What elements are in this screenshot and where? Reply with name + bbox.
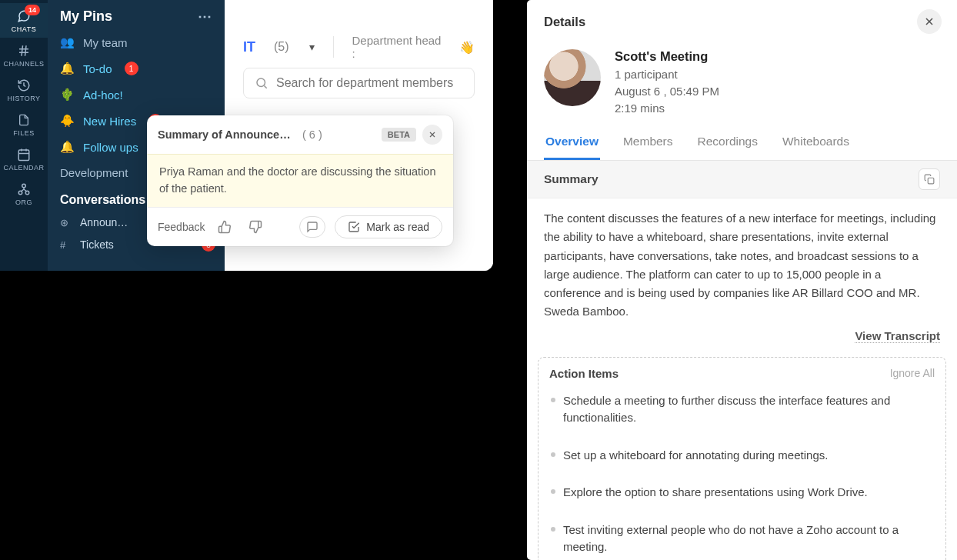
action-item: Set up a whiteboard for annotating durin… — [549, 441, 935, 478]
pin-label: Development — [60, 166, 128, 179]
tab-overview[interactable]: Overview — [544, 127, 600, 160]
svg-point-11 — [257, 78, 265, 87]
pin-label: To-do — [83, 62, 112, 75]
bullet-icon — [551, 489, 555, 494]
cactus-icon: 🌵 — [60, 88, 74, 102]
chevron-down-icon[interactable]: ▾ — [309, 41, 315, 53]
beta-badge: BETA — [382, 128, 416, 142]
rail-chats[interactable]: 14 CHATS — [0, 3, 48, 38]
asterisk-icon: ⊛ — [60, 217, 74, 228]
summary-popover: Summary of Announcem… ( 6 ) BETA Priya R… — [147, 115, 453, 246]
action-items-heading: Action Items — [549, 367, 619, 380]
mark-as-read-label: Mark as read — [366, 221, 429, 233]
pin-todo[interactable]: 🔔 To-do 1 — [48, 55, 225, 82]
details-title: Details — [544, 15, 585, 29]
search-icon — [255, 76, 268, 90]
calendar-icon — [17, 148, 31, 162]
action-items-box: Action Items Ignore All Schedule a meeti… — [538, 357, 946, 560]
tab-whiteboards[interactable]: Whiteboards — [781, 127, 851, 160]
pin-my-team[interactable]: 👥 My team — [48, 29, 225, 55]
action-item: Test inviting external people who do not… — [549, 515, 935, 560]
action-item-text: Test inviting external people who do not… — [563, 522, 933, 556]
details-close-button[interactable] — [917, 9, 942, 34]
rail-label: CALENDAR — [3, 164, 44, 172]
chick-icon: 🐥 — [60, 114, 74, 128]
ignore-all-button[interactable]: Ignore All — [890, 367, 935, 379]
mark-as-read-button[interactable]: Mark as read — [335, 215, 442, 238]
svg-line-12 — [264, 85, 266, 88]
svg-line-3 — [25, 45, 27, 56]
action-item-text: Schedule a meeting to further discuss th… — [563, 392, 933, 427]
meeting-datetime: August 6 , 05:49 PM — [615, 85, 719, 98]
bullet-icon — [551, 527, 555, 532]
tab-members[interactable]: Members — [622, 127, 675, 160]
hash-icon: # — [60, 239, 74, 251]
svg-rect-4 — [18, 150, 29, 161]
hash-icon — [17, 44, 31, 58]
bell-icon: 🔔 — [60, 62, 74, 75]
action-item: Schedule a meeting to further discuss th… — [549, 386, 935, 441]
meeting-name: Scott's Meeting — [615, 49, 719, 64]
search-input[interactable] — [276, 76, 463, 90]
svg-line-2 — [22, 45, 23, 56]
thumbs-up-button[interactable] — [214, 216, 235, 238]
rail-files[interactable]: FILES — [0, 107, 48, 142]
people-icon: 👥 — [60, 35, 74, 49]
feedback-label: Feedback — [158, 221, 205, 233]
meeting-participants: 1 participant — [615, 68, 719, 81]
copy-summary-button[interactable] — [919, 168, 940, 190]
department-count: (5) — [274, 40, 289, 54]
bullet-icon — [551, 452, 555, 457]
meeting-avatar — [544, 49, 601, 106]
meeting-duration: 2:19 mins — [615, 102, 719, 115]
divider — [333, 36, 334, 58]
pin-label: My team — [83, 36, 128, 49]
rail-org[interactable]: ORG — [0, 176, 48, 211]
org-icon — [17, 182, 31, 196]
rail-chats-badge: 14 — [25, 5, 40, 15]
pin-label: Ad-hoc! — [83, 88, 123, 102]
popover-title: Summary of Announcem… — [158, 128, 296, 141]
pin-label: New Hires — [83, 115, 136, 128]
svg-point-8 — [22, 184, 26, 188]
rail-channels[interactable]: CHANNELS — [0, 38, 48, 72]
rail-label: CHANNELS — [3, 60, 44, 68]
rail-calendar[interactable]: CALENDAR — [0, 142, 48, 176]
popover-count: ( 6 ) — [302, 128, 322, 141]
file-icon — [17, 113, 31, 127]
bell-icon: 🔔 — [60, 140, 74, 154]
bullet-icon — [551, 398, 555, 402]
comment-button[interactable] — [299, 216, 325, 238]
rail-history[interactable]: HISTORY — [0, 72, 48, 107]
thumbs-down-button[interactable] — [245, 216, 266, 238]
popover-body: Priya Raman and the doctor are discussin… — [147, 154, 453, 208]
tab-recordings[interactable]: Recordings — [696, 127, 759, 160]
rail-label: ORG — [15, 198, 32, 206]
popover-close-button[interactable] — [422, 125, 442, 145]
sidebar-title: My Pins — [60, 8, 112, 25]
department-name[interactable]: IT — [243, 39, 255, 55]
pin-label: Follow ups — [83, 141, 138, 154]
nav-rail: 14 CHATS CHANNELS HISTORY FILES — [0, 0, 48, 271]
pin-badge: 1 — [125, 62, 138, 75]
rail-label: FILES — [13, 129, 35, 137]
rail-label: CHATS — [12, 25, 36, 33]
action-item-text: Set up a whiteboard for annotating durin… — [563, 447, 828, 465]
summary-heading: Summary — [544, 172, 599, 186]
dept-head-label: Department head : — [352, 34, 444, 60]
summary-text: The content discusses the features of a … — [527, 198, 957, 326]
sidebar-more-button[interactable]: ⋯ — [198, 8, 212, 25]
rail-label: HISTORY — [7, 95, 40, 102]
svg-rect-17 — [928, 178, 934, 184]
details-panel: Details Scott's Meeting 1 participant Au… — [527, 0, 957, 560]
search-box[interactable] — [243, 68, 475, 98]
action-item: Explore the option to share presentation… — [549, 478, 935, 515]
view-transcript-link[interactable]: View Transcript — [855, 329, 940, 343]
action-item-text: Explore the option to share presentation… — [563, 484, 868, 502]
pin-adhoc[interactable]: 🌵 Ad-hoc! — [48, 82, 225, 108]
history-icon — [17, 78, 31, 92]
dept-head-value: 👋 — [459, 40, 475, 55]
details-tabs: Overview Members Recordings Whiteboards — [527, 127, 957, 161]
